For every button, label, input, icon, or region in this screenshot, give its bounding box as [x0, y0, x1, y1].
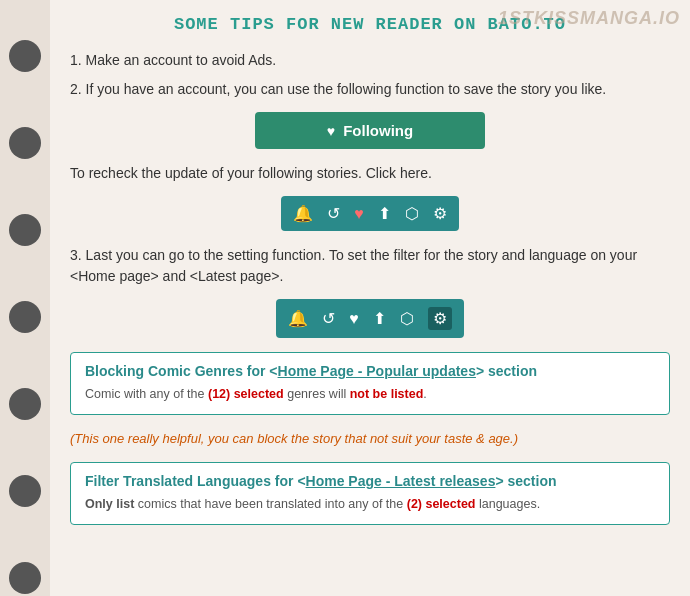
blocking-genres-body: Comic with any of the (12) selected genr… — [85, 385, 655, 404]
discord-icon-2[interactable]: ⬡ — [400, 309, 414, 328]
sidebar-circle-4 — [9, 301, 41, 333]
helpful-note: (This one really helpful, you can block … — [70, 429, 670, 449]
filter-only-list: Only list — [85, 497, 134, 511]
sidebar-circle-7 — [9, 562, 41, 594]
recheck-text: To recheck the update of your following … — [70, 163, 670, 184]
sidebar-circle-6 — [9, 475, 41, 507]
blocking-genres-box: Blocking Comic Genres for <Home Page - P… — [70, 352, 670, 415]
history-icon-1[interactable]: ↺ — [327, 204, 340, 223]
blocking-title-prefix: Blocking Comic Genres for < — [85, 363, 278, 379]
blocking-selected-count: (12) selected — [208, 387, 284, 401]
blocking-body-suffix: . — [423, 387, 426, 401]
history-icon-2[interactable]: ↺ — [322, 309, 335, 328]
main-content: SOME TIPS FOR NEW READER ON BATO.TO 1. M… — [50, 0, 690, 559]
sidebar-circle-5 — [9, 388, 41, 420]
blocking-title-suffix: > section — [476, 363, 537, 379]
filter-languages-box: Filter Translated Languages for <Home Pa… — [70, 462, 670, 525]
following-label: Following — [343, 122, 413, 139]
filter-body-middle: comics that have been translated into an… — [134, 497, 406, 511]
icon-bar-2: 🔔 ↺ ♥ ⬆ ⬡ ⚙ — [276, 299, 464, 338]
blocking-body-middle: genres will — [284, 387, 350, 401]
upload-icon-1[interactable]: ⬆ — [378, 204, 391, 223]
following-button[interactable]: ♥ Following — [255, 112, 485, 149]
heart-icon-1[interactable]: ♥ — [354, 205, 364, 223]
blocking-not-listed: not be listed — [350, 387, 424, 401]
tip3-text: 3. Last you can go to the setting functi… — [70, 245, 670, 287]
watermark: 1STKISSMANGA.IO — [498, 8, 680, 29]
gear-icon-1[interactable]: ⚙ — [433, 204, 447, 223]
bell-icon-2[interactable]: 🔔 — [288, 309, 308, 328]
tip2-text: 2. If you have an account, you can use t… — [70, 79, 670, 100]
icon-bar-1: 🔔 ↺ ♥ ⬆ ⬡ ⚙ — [281, 196, 459, 231]
upload-icon-2[interactable]: ⬆ — [373, 309, 386, 328]
heart-icon-2[interactable]: ♥ — [349, 310, 359, 328]
gear-icon-2[interactable]: ⚙ — [428, 307, 452, 330]
blocking-title-link[interactable]: Home Page - Popular updates — [278, 363, 476, 379]
filter-title-suffix: > section — [495, 473, 556, 489]
sidebar-circle-3 — [9, 214, 41, 246]
filter-title-prefix: Filter Translated Languages for < — [85, 473, 306, 489]
heart-icon: ♥ — [327, 123, 335, 139]
filter-languages-title: Filter Translated Languages for <Home Pa… — [85, 473, 655, 489]
blocking-body-prefix: Comic with any of the — [85, 387, 208, 401]
filter-body-suffix: languages. — [476, 497, 541, 511]
sidebar — [0, 0, 50, 596]
tip1-text: 1. Make an account to avoid Ads. — [70, 50, 670, 71]
sidebar-circle-1 — [9, 40, 41, 72]
filter-selected-count: (2) selected — [407, 497, 476, 511]
discord-icon-1[interactable]: ⬡ — [405, 204, 419, 223]
filter-title-link[interactable]: Home Page - Latest releases — [306, 473, 496, 489]
filter-languages-body: Only list comics that have been translat… — [85, 495, 655, 514]
sidebar-circle-2 — [9, 127, 41, 159]
bell-icon-1[interactable]: 🔔 — [293, 204, 313, 223]
blocking-genres-title: Blocking Comic Genres for <Home Page - P… — [85, 363, 655, 379]
